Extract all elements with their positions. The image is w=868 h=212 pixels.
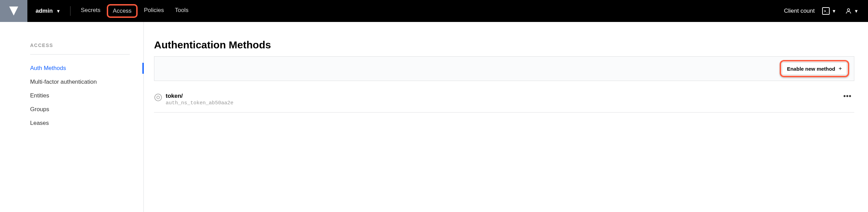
action-bar: Enable new method + xyxy=(154,56,854,81)
token-icon xyxy=(154,93,162,102)
svg-point-2 xyxy=(157,96,159,99)
namespace-label: admin xyxy=(36,8,53,14)
sidebar-header: ACCESS xyxy=(30,43,130,55)
top-navigation-bar: admin ▼ Secrets Access Policies Tools Cl… xyxy=(0,0,868,22)
tab-access[interactable]: Access xyxy=(107,4,138,18)
more-options-button[interactable]: ••• xyxy=(843,93,854,99)
plus-icon: + xyxy=(839,65,842,72)
vault-logo[interactable] xyxy=(0,0,27,22)
sidebar-item-auth-methods[interactable]: Auth Methods xyxy=(30,61,143,75)
tab-policies[interactable]: Policies xyxy=(139,4,169,18)
user-menu[interactable]: ▼ xyxy=(844,6,860,16)
enable-button-label: Enable new method xyxy=(787,66,835,72)
client-count-link[interactable]: Client count xyxy=(784,8,815,14)
namespace-selector[interactable]: admin ▼ xyxy=(27,8,69,14)
console-menu[interactable]: >_ ▼ xyxy=(821,6,838,16)
user-icon xyxy=(845,8,852,14)
svg-point-0 xyxy=(847,9,850,11)
sidebar-item-mfa[interactable]: Multi-factor authentication xyxy=(30,75,143,89)
divider xyxy=(70,6,71,16)
chevron-down-icon: ▼ xyxy=(832,9,836,14)
main-content: Authentication Methods Enable new method… xyxy=(144,22,868,212)
tab-tools[interactable]: Tools xyxy=(170,4,193,18)
nav-tabs: Secrets Access Policies Tools xyxy=(76,4,193,18)
sidebar-item-leases[interactable]: Leases xyxy=(30,116,143,130)
sidebar-item-entities[interactable]: Entities xyxy=(30,89,143,103)
sidebar: ACCESS Auth Methods Multi-factor authent… xyxy=(0,22,144,212)
svg-point-1 xyxy=(155,94,162,101)
enable-new-method-button[interactable]: Enable new method + xyxy=(782,62,847,75)
terminal-icon: >_ xyxy=(822,7,830,15)
auth-method-row[interactable]: token/ auth_ns_token_ab50aa2e ••• xyxy=(154,89,854,113)
sidebar-item-groups[interactable]: Groups xyxy=(30,103,143,116)
chevron-down-icon: ▼ xyxy=(854,9,858,14)
auth-methods-list: token/ auth_ns_token_ab50aa2e ••• xyxy=(154,89,854,113)
method-name: token/ xyxy=(166,93,843,99)
page-title: Authentication Methods xyxy=(154,39,854,51)
highlight-annotation: Enable new method + xyxy=(780,60,849,77)
method-id: auth_ns_token_ab50aa2e xyxy=(166,100,843,106)
tab-secrets[interactable]: Secrets xyxy=(76,4,105,18)
chevron-down-icon: ▼ xyxy=(56,9,61,14)
